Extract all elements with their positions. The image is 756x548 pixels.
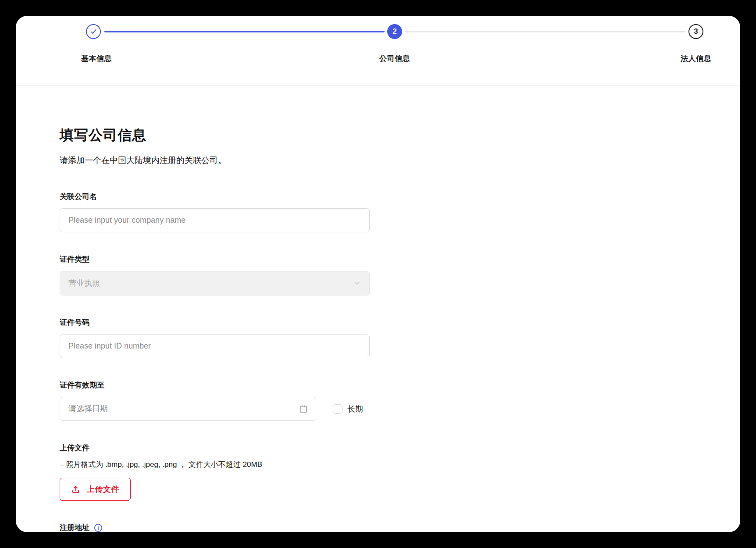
- step-3-label: 法人信息: [652, 53, 740, 64]
- long-term-option[interactable]: 长期: [333, 404, 363, 414]
- stepper-connector-completed: [104, 31, 385, 32]
- upload-button-label: 上传文件: [87, 484, 119, 495]
- upload-note: – 照片格式为 .bmp, .jpg, .jpeg, .png ， 文件大小不超…: [60, 459, 740, 470]
- id-expiry-field: 证件有效期至 长期: [60, 380, 740, 421]
- step-2-label: 公司信息: [351, 53, 439, 64]
- page-subtitle: 请添加一个在中国大陆境内注册的关联公司。: [60, 155, 740, 166]
- id-type-label: 证件类型: [60, 254, 740, 265]
- step-3-indicator: 3: [688, 24, 703, 39]
- step-2-number: 2: [392, 27, 396, 36]
- form-card: 2 3 基本信息 公司信息 法人信息 填写公司信息 请添加一个在中国大陆境内注册…: [16, 16, 740, 532]
- id-expiry-row: 长期: [60, 397, 740, 421]
- company-name-input[interactable]: [60, 208, 370, 232]
- chevron-down-icon: [353, 279, 361, 287]
- info-icon[interactable]: [93, 523, 103, 532]
- id-type-value: 营业执照: [68, 278, 100, 288]
- calendar-icon[interactable]: [299, 404, 308, 414]
- form-content: 填写公司信息 请添加一个在中国大陆境内注册的关联公司。 关联公司名 证件类型 营…: [16, 126, 740, 532]
- step-1-label: 基本信息: [53, 53, 140, 64]
- id-type-select: 营业执照: [60, 271, 370, 295]
- check-icon: [89, 27, 98, 36]
- company-name-label: 关联公司名: [60, 192, 740, 202]
- step-1-indicator: [86, 24, 101, 39]
- address-field: 注册地址 请选择国家/地区: [60, 523, 740, 532]
- expiry-date-picker[interactable]: [60, 397, 316, 421]
- address-label: 注册地址: [60, 523, 89, 532]
- id-number-field: 证件号码: [60, 317, 740, 358]
- stepper-connector-pending: [405, 31, 686, 32]
- expiry-date-input[interactable]: [60, 397, 316, 421]
- company-name-field: 关联公司名: [60, 192, 740, 232]
- id-number-label: 证件号码: [60, 317, 740, 328]
- page-title: 填写公司信息: [60, 126, 740, 145]
- long-term-label: 长期: [347, 404, 363, 414]
- upload-icon: [71, 485, 80, 494]
- long-term-checkbox[interactable]: [333, 404, 342, 414]
- step-2-indicator: 2: [387, 24, 402, 39]
- upload-field: 上传文件 – 照片格式为 .bmp, .jpg, .jpeg, .png ， 文…: [60, 443, 740, 501]
- id-type-field: 证件类型 营业执照: [60, 254, 740, 295]
- upload-file-button[interactable]: 上传文件: [60, 478, 131, 501]
- address-label-row: 注册地址: [60, 523, 740, 532]
- id-expiry-label: 证件有效期至: [60, 380, 740, 391]
- id-number-input[interactable]: [60, 334, 370, 358]
- stepper: 2 3 基本信息 公司信息 法人信息: [16, 16, 740, 85]
- upload-label: 上传文件: [60, 443, 740, 453]
- step-3-number: 3: [694, 27, 698, 36]
